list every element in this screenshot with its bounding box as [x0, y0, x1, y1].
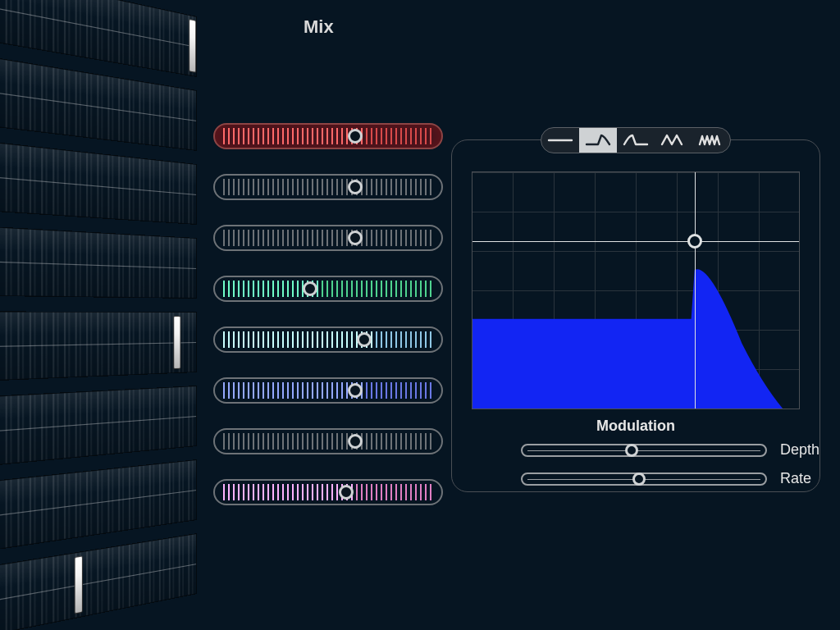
- slider-knob[interactable]: [632, 472, 646, 486]
- mix-slider[interactable]: [213, 479, 443, 505]
- mix-slider[interactable]: [213, 428, 443, 454]
- mix-slider-column: [213, 123, 443, 505]
- envelope-graph[interactable]: [472, 171, 800, 409]
- slider-knob[interactable]: [348, 129, 363, 144]
- slider-knob[interactable]: [625, 444, 638, 457]
- slider-knob[interactable]: [348, 180, 363, 194]
- curve-option-flat[interactable]: [541, 128, 579, 153]
- slider-knob[interactable]: [339, 485, 354, 500]
- rate-slider[interactable]: [521, 472, 767, 486]
- loop-marker[interactable]: [189, 19, 196, 73]
- depth-slider[interactable]: [521, 444, 767, 457]
- rate-label: Rate: [780, 470, 811, 487]
- mix-slider[interactable]: [213, 326, 443, 353]
- slider-knob[interactable]: [348, 231, 363, 245]
- slider-knob[interactable]: [348, 383, 363, 398]
- crosshair-vertical: [695, 172, 696, 409]
- track-row[interactable]: [0, 226, 197, 299]
- curve-option-decay[interactable]: [579, 128, 617, 153]
- envelope-curve: [472, 172, 799, 409]
- depth-label: Depth: [780, 441, 819, 459]
- slider-knob[interactable]: [348, 434, 363, 449]
- track-row[interactable]: [0, 140, 197, 225]
- mix-slider[interactable]: [213, 377, 443, 404]
- mix-slider[interactable]: [213, 174, 443, 200]
- track-row[interactable]: [0, 533, 197, 630]
- crosshair-horizontal: [472, 241, 799, 242]
- mix-slider[interactable]: [213, 123, 443, 149]
- curve-option-wave4[interactable]: [692, 128, 730, 153]
- mix-section-label: Mix: [304, 16, 334, 38]
- loop-marker[interactable]: [173, 316, 180, 369]
- track-row[interactable]: [0, 311, 197, 381]
- curve-option-wave2[interactable]: [655, 128, 692, 153]
- envelope-handle[interactable]: [687, 234, 702, 249]
- mix-slider[interactable]: [213, 225, 443, 251]
- loop-marker[interactable]: [75, 555, 83, 614]
- slider-knob[interactable]: [303, 281, 317, 296]
- track-row[interactable]: [0, 386, 197, 467]
- mix-slider[interactable]: [213, 276, 443, 302]
- curve-option-attack[interactable]: [617, 128, 655, 153]
- modulation-section-label: Modulation: [472, 418, 800, 435]
- waveform-track-stack: [0, 0, 213, 630]
- modulation-panel: Modulation Depth Rate: [451, 139, 820, 492]
- curve-shape-picker: [541, 127, 731, 153]
